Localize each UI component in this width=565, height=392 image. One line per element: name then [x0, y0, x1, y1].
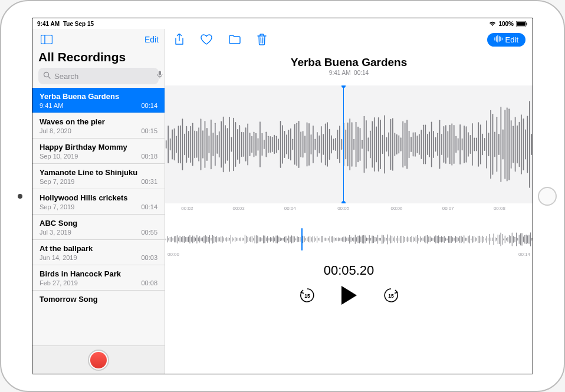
battery-percent: 100% [498, 21, 514, 27]
recording-title: ABC Song [40, 219, 157, 228]
svg-text:15: 15 [388, 293, 394, 299]
recording-date: Jul 3, 2019 [40, 229, 71, 236]
home-button[interactable] [538, 187, 557, 206]
recording-item[interactable]: Yerba Buena Gardens9:41 AM00:14 [32, 88, 165, 113]
recording-item[interactable]: Waves on the pierJul 8, 202000:15 [32, 113, 165, 139]
ruler-tick: 00:04 [284, 206, 296, 211]
recording-item[interactable]: Hollywood Hills cricketsSep 7, 201900:14 [32, 189, 165, 215]
recording-item[interactable]: At the ballparkJun 14, 201900:03 [32, 240, 165, 265]
skip-back-button[interactable]: 15 [299, 287, 316, 304]
sidebar-toggle-button[interactable] [38, 32, 55, 47]
recording-title: Happy Birthday Mommy [40, 143, 157, 151]
edit-recording-button[interactable]: Edit [487, 33, 525, 47]
recording-date: 9:41 AM [40, 102, 63, 109]
recording-duration: 00:14 [141, 102, 157, 109]
recording-title: Birds in Hancock Park [40, 269, 157, 278]
ruler-tick: 00:05 [337, 206, 349, 211]
recording-duration: 00:15 [141, 127, 157, 134]
sidebar-edit-button[interactable]: Edit [144, 35, 159, 44]
recording-title: At the ballpark [40, 244, 157, 253]
svg-rect-2 [527, 22, 527, 24]
share-button[interactable] [172, 31, 186, 48]
search-input[interactable] [54, 72, 153, 81]
overview-end: 00:14 [518, 252, 530, 257]
record-button-inner [90, 352, 107, 368]
recording-title: Yamanote Line to Shinjuku [40, 168, 157, 177]
recording-duration: 00:03 [141, 254, 157, 261]
recording-title: Yerba Buena Gardens [40, 92, 157, 101]
wifi-icon [489, 21, 496, 27]
current-time: 00:05.20 [165, 263, 533, 278]
status-date: Tue Sep 15 [63, 21, 94, 27]
svg-text:15: 15 [304, 293, 310, 299]
time-ruler: 00:0200:0300:0400:0500:0600:0700:08 [165, 203, 533, 213]
status-bar: 9:41 AM Tue Sep 15 100% [32, 18, 533, 29]
recording-duration: 00:18 [141, 153, 157, 160]
recording-title: Waves on the pier [40, 117, 157, 126]
record-bar [32, 345, 165, 374]
recording-date: Jun 14, 2019 [40, 254, 77, 261]
record-button[interactable] [88, 350, 109, 371]
playback-controls: 15 15 [165, 285, 533, 305]
search-box[interactable] [38, 68, 159, 84]
recording-date: Sep 7, 2019 [40, 203, 74, 210]
recording-title: Hollywood Hills crickets [40, 193, 157, 202]
recording-duration: 00:08 [141, 279, 157, 286]
ruler-tick: 00:02 [181, 206, 193, 211]
recording-duration: 00:14 [141, 203, 157, 210]
recording-date: Sep 7, 2019 [40, 178, 74, 185]
recording-duration: 00:55 [141, 229, 157, 236]
overview-start: 00:00 [167, 252, 179, 257]
favorite-button[interactable] [198, 31, 215, 48]
dictation-icon[interactable] [157, 71, 163, 81]
recording-item[interactable]: Happy Birthday MommySep 10, 201900:18 [32, 139, 165, 164]
app-screen: 9:41 AM Tue Sep 15 100% [32, 18, 533, 374]
svg-rect-7 [159, 71, 161, 75]
playhead[interactable] [343, 85, 344, 203]
ruler-tick: 00:06 [390, 206, 402, 211]
recording-item[interactable]: ABC SongJul 3, 201900:55 [32, 215, 165, 240]
ruler-tick: 00:08 [494, 206, 505, 211]
ruler-tick: 00:03 [233, 206, 245, 211]
play-button[interactable] [340, 285, 358, 305]
svg-rect-1 [517, 22, 525, 25]
playback-subtitle: 9:41 AM 00:14 [165, 70, 533, 76]
recording-date: Jul 8, 2020 [40, 127, 71, 134]
recording-date: Feb 27, 2019 [40, 279, 78, 286]
recording-item[interactable]: Tomorrow Song [32, 291, 165, 308]
battery-icon [516, 21, 528, 27]
search-icon [43, 71, 51, 81]
recording-item[interactable]: Birds in Hancock ParkFeb 27, 201900:08 [32, 265, 165, 291]
playback-title: Yerba Buena Gardens [165, 56, 533, 69]
waveform-icon [494, 35, 502, 44]
delete-button[interactable] [255, 31, 269, 48]
main-panel: Edit Yerba Buena Gardens 9:41 AM 00:14 0… [165, 29, 533, 374]
recording-duration: 00:31 [141, 178, 157, 185]
status-time: 9:41 AM [37, 21, 60, 27]
overview-playhead[interactable] [301, 228, 303, 251]
waveform-overview[interactable] [165, 230, 533, 248]
recording-item[interactable]: Yamanote Line to ShinjukuSep 7, 201900:3… [32, 164, 165, 189]
recording-date: Sep 10, 2019 [40, 153, 78, 160]
recording-title: Tomorrow Song [40, 295, 157, 304]
recordings-list: Yerba Buena Gardens9:41 AM00:14Waves on … [32, 88, 165, 345]
ruler-tick: 00:07 [442, 206, 454, 211]
folder-button[interactable] [226, 31, 243, 48]
svg-line-6 [48, 77, 51, 79]
sidebar: Edit All Recordings Yerba Buena Gardens9… [32, 29, 165, 374]
svg-rect-3 [41, 35, 52, 44]
edit-label: Edit [505, 35, 518, 44]
ipad-frame: 9:41 AM Tue Sep 15 100% [0, 0, 565, 392]
skip-forward-button[interactable]: 15 [383, 287, 399, 304]
camera-dot [18, 194, 22, 199]
waveform-detail[interactable] [165, 85, 533, 203]
sidebar-title: All Recordings [32, 50, 165, 68]
